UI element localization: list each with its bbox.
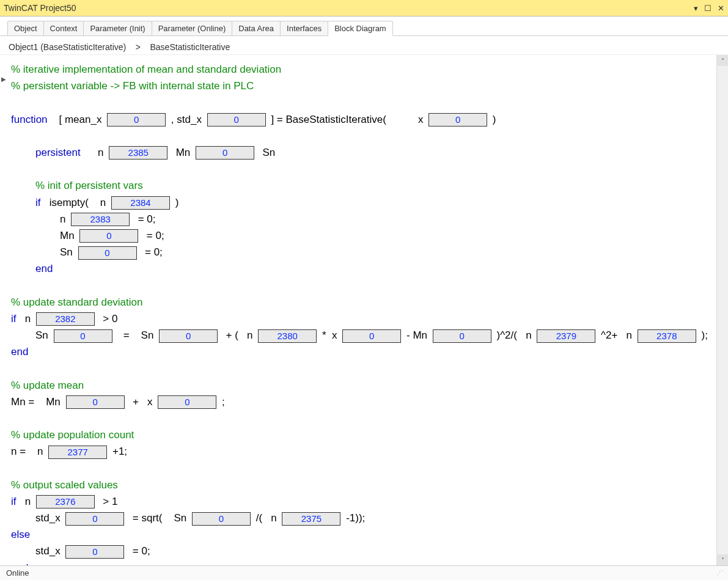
value-n: 2385 [109,146,167,160]
keyword-end: end [11,560,709,565]
value-x-sn: 0 [342,329,401,343]
keyword-else: else [11,526,709,543]
code-text: std_x [35,512,61,524]
gutter-expand-icon[interactable]: ▶ [1,76,6,83]
code-text: n [98,147,103,158]
comment-line: % init of persistent vars [11,177,709,194]
comment-line: % update standard deviation [11,294,709,310]
code-text: = 0; [133,545,150,557]
value-mean-x: 0 [107,113,166,127]
code-text: )^2/( [496,329,517,341]
keyword-persistent: persistent [35,147,81,158]
code-text: n [627,329,632,341]
code-text: - Mn [406,329,427,341]
code-text: Mn [176,147,191,158]
code-text: n [100,197,106,208]
value-n-out-if: 2376 [36,495,95,508]
code-text: ; [222,396,225,408]
code-text: ); [702,329,708,341]
keyword-function: function [11,114,48,125]
code-text: x [332,329,337,341]
code-text: + [133,396,139,408]
code-text: n = [11,446,26,457]
value-n-out-div: 2375 [282,512,340,526]
close-icon[interactable]: ✕ [718,4,724,13]
statusbar: Online ⋰ [0,565,728,580]
value-sn-lhs: 0 [54,329,112,343]
value-n-popcount: 2377 [48,446,107,459]
code-text: std_x [35,545,61,557]
value-mn-init: 0 [79,229,138,243]
tab-object[interactable]: Object [7,21,44,35]
value-x-mn: 0 [158,395,216,409]
value-sn-rhs: 0 [159,329,218,343]
value-std-x: 0 [207,113,266,127]
code-text: = 0; [145,246,163,258]
tab-data-area[interactable]: Data Area [232,21,281,35]
code-text: n [60,213,65,225]
code-text: = [123,329,130,341]
code-text: -1)); [346,512,365,524]
keyword-if: if [11,313,17,325]
value-x: 0 [428,113,487,127]
keyword-end: end [11,343,709,360]
code-editor[interactable]: % iterative implementation of mean and s… [0,55,716,565]
code-text: Sn [141,329,154,341]
scroll-down-icon[interactable]: ˅ [717,554,728,565]
keyword-if: if [35,197,41,208]
tab-parameter-online[interactable]: Parameter (Online) [152,21,233,35]
value-n-denom1: 2379 [537,329,595,343]
status-text: Online [6,568,29,578]
comment-line: % update mean [11,377,709,394]
value-mn: 0 [196,146,254,160]
comment-line: % iterative implementation of mean and s… [11,61,709,78]
code-text: = sqrt( [133,512,163,524]
value-n-denom2: 2378 [638,329,696,343]
comment-line: % output scaled values [11,477,709,493]
value-n-init: 2383 [71,213,130,226]
code-text: Mn [60,230,75,241]
code-text: n [25,313,31,325]
code-text: n [271,512,276,524]
resize-grip-icon[interactable]: ⋰ [716,569,722,577]
code-text: ) [493,114,496,125]
dropdown-icon[interactable]: ▾ [694,4,698,13]
code-text: ) [175,197,179,208]
value-sn-init: 0 [78,246,137,260]
value-std-x-out: 0 [65,512,124,526]
code-text: = 0; [138,213,156,225]
value-n-sn-term: 2380 [258,329,317,343]
code-text: n [247,329,252,341]
code-text: + ( [226,329,238,341]
keyword-if: if [11,496,17,507]
code-text: +1; [112,446,127,457]
tab-context[interactable]: Context [43,21,84,35]
tab-parameter-init[interactable]: Parameter (Init) [83,21,152,35]
tab-block-diagram[interactable]: Block Diagram [328,21,393,36]
value-n-if-std: 2382 [36,312,95,326]
code-text: Mn [46,396,61,408]
scroll-up-icon[interactable]: ˄ [717,55,728,66]
code-text: x [147,396,153,408]
tab-interfaces[interactable]: Interfaces [280,21,328,35]
code-text: Sn [35,329,48,341]
value-std-x-else: 0 [65,545,124,559]
titlebar: TwinCAT Project50 ▾ ☐ ✕ [0,0,728,17]
code-text: Mn = [11,396,34,408]
code-text: * [322,329,326,341]
window-controls: ▾ ☐ ✕ [694,4,724,13]
code-text: Sn [60,246,73,258]
breadcrumb-item-2[interactable]: BaseStatisticIterative [150,42,230,52]
code-text: [ mean_x [59,114,101,125]
code-text: Sn [263,147,276,158]
breadcrumb-item-1[interactable]: Object1 (BaseStatisticIterative) [9,42,126,52]
code-text: n [25,496,31,507]
value-mn-update: 0 [66,395,125,409]
code-text: > 1 [103,496,117,507]
maximize-icon[interactable]: ☐ [704,4,711,13]
value-sn-sqrt: 0 [192,512,251,526]
breadcrumb-sep: > [136,42,141,52]
vertical-scrollbar[interactable]: ˄ ˅ [716,55,728,565]
code-text: isempty( [50,197,89,208]
value-mn-sn: 0 [433,329,491,343]
